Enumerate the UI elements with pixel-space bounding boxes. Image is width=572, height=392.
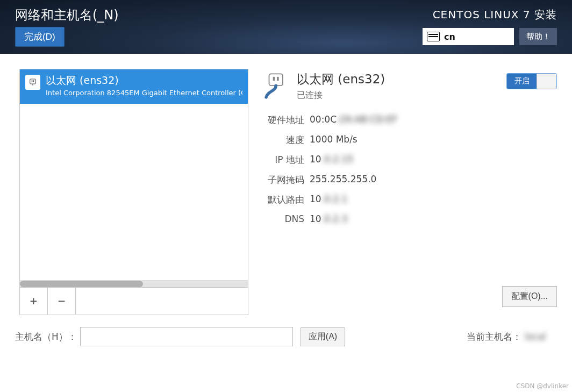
label-netmask: 子网掩码 <box>261 174 304 186</box>
detail-title-block: 以太网 (ens32) 已连接 <box>297 71 385 101</box>
svg-rect-3 <box>269 74 283 85</box>
info-table: 硬件地址 00:0C00:0C:▮▮:▮▮:▮▮:▮▮:29:AB:CD:EF … <box>261 114 557 224</box>
done-button[interactable]: 完成(D) <box>15 27 65 47</box>
svg-rect-1 <box>32 80 33 82</box>
ethernet-icon-large <box>261 71 292 102</box>
device-text: 以太网 (ens32) Intel Corporation 82545EM Gi… <box>46 74 242 97</box>
hostname-row: 主机名（H）： 应用(A) 当前主机名： local <box>15 327 557 346</box>
detail-device-status: 已连接 <box>297 90 385 101</box>
value-dns: 10.0.2.3 <box>310 213 347 224</box>
connection-toggle[interactable]: 开启 <box>506 73 557 89</box>
device-detail: 以太网 (ens32) 已连接 硬件地址 00:0C00:0C:▮▮:▮▮:▮▮… <box>261 71 557 232</box>
svg-rect-5 <box>277 77 279 81</box>
device-list-item[interactable]: 以太网 (ens32) Intel Corporation 82545EM Gi… <box>20 69 248 104</box>
svg-rect-0 <box>30 79 36 84</box>
row-speed: 速度 1000 Mb/s <box>261 134 557 146</box>
watermark: CSDN @dvlinker <box>516 382 569 390</box>
label-dns: DNS <box>261 213 304 224</box>
row-ip: IP 地址 10.0.2.15 <box>261 154 557 166</box>
value-hw-addr: 00:0C00:0C:▮▮:▮▮:▮▮:▮▮:29:AB:CD:EF <box>310 114 397 126</box>
value-ip: 10.0.2.15 <box>310 154 353 166</box>
label-ip: IP 地址 <box>261 154 304 166</box>
remove-device-button[interactable]: − <box>48 288 76 315</box>
value-netmask: 255.255.255.0 <box>310 174 376 186</box>
device-list[interactable]: 以太网 (ens32) Intel Corporation 82545EM Gi… <box>20 69 248 280</box>
value-gateway: 10.0.2.1 <box>310 194 347 206</box>
apply-hostname-button[interactable]: 应用(A) <box>301 327 345 346</box>
label-hw-addr: 硬件地址 <box>261 114 304 126</box>
value-speed: 1000 Mb/s <box>310 134 358 146</box>
toggle-knob <box>537 74 556 89</box>
keyboard-layout-code: cn <box>444 32 455 42</box>
device-name: 以太网 (ens32) <box>46 74 242 88</box>
row-netmask: 子网掩码 255.255.255.0 <box>261 174 557 186</box>
ethernet-icon <box>25 75 40 90</box>
toggle-on-label: 开启 <box>507 74 537 89</box>
configure-button[interactable]: 配置(O)... <box>502 286 557 307</box>
current-hostname-label: 当前主机名： <box>467 331 521 343</box>
page-title: 网络和主机名(_N) <box>15 6 119 24</box>
device-description: Intel Corporation 82545EM Gigabit Ethern… <box>46 89 242 97</box>
hostname-label: 主机名（H）： <box>15 331 77 343</box>
keyboard-icon <box>427 32 440 41</box>
row-hw-addr: 硬件地址 00:0C00:0C:▮▮:▮▮:▮▮:▮▮:29:AB:CD:EF <box>261 114 557 126</box>
device-list-panel: 以太网 (ens32) Intel Corporation 82545EM Gi… <box>19 69 248 315</box>
detail-device-name: 以太网 (ens32) <box>297 71 385 88</box>
row-gateway: 默认路由 10.0.2.1 <box>261 194 557 206</box>
main-content: 以太网 (ens32) Intel Corporation 82545EM Gi… <box>0 54 572 366</box>
scrollbar-thumb[interactable] <box>20 281 143 287</box>
current-hostname-value: local <box>525 331 557 342</box>
add-device-button[interactable]: + <box>20 288 48 315</box>
horizontal-scrollbar[interactable] <box>20 280 248 287</box>
keyboard-layout-selector[interactable]: cn <box>423 28 514 45</box>
label-gateway: 默认路由 <box>261 194 304 206</box>
svg-rect-2 <box>33 80 34 82</box>
help-button[interactable]: 帮助！ <box>519 28 557 45</box>
row-dns: DNS 10.0.2.3 <box>261 213 557 224</box>
hostname-input[interactable] <box>80 327 293 346</box>
label-speed: 速度 <box>261 134 304 146</box>
add-remove-row: + − <box>20 287 248 315</box>
top-bar: 网络和主机名(_N) 完成(D) CENTOS LINUX 7 安装 cn 帮助… <box>0 0 572 54</box>
installer-title: CENTOS LINUX 7 安装 <box>433 8 557 22</box>
svg-rect-4 <box>273 77 275 81</box>
